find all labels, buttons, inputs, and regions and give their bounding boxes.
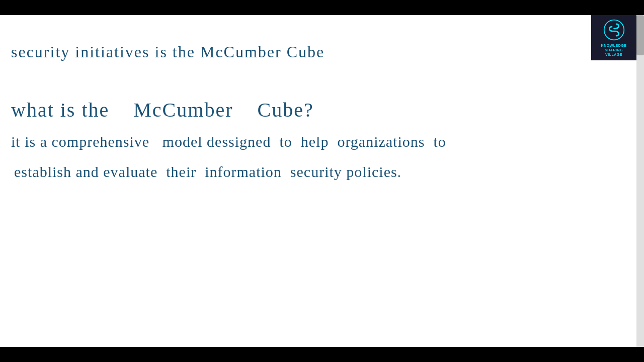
logo-brand-text: KNOWLEDGE SHARING VILLAGE	[601, 43, 627, 57]
scrollbar[interactable]	[636, 15, 644, 347]
answer-line2: establish and evaluate their information…	[14, 163, 401, 180]
logo-icon	[603, 19, 625, 41]
whiteboard-area: security initiatives is the McCumber Cub…	[0, 15, 636, 347]
subtitle-text: security initiatives is the McCumber Cub…	[11, 43, 325, 61]
scrollbar-thumb[interactable]	[636, 15, 644, 55]
top-black-bar	[0, 0, 644, 15]
answer-line1: it is a comprehensive model dessigned to…	[11, 133, 446, 150]
svg-point-0	[604, 20, 624, 40]
bottom-black-bar	[0, 347, 644, 362]
knowledge-sharing-village-logo: KNOWLEDGE SHARING VILLAGE	[591, 15, 636, 60]
main-question: what is the McCumber Cube?	[11, 98, 314, 122]
